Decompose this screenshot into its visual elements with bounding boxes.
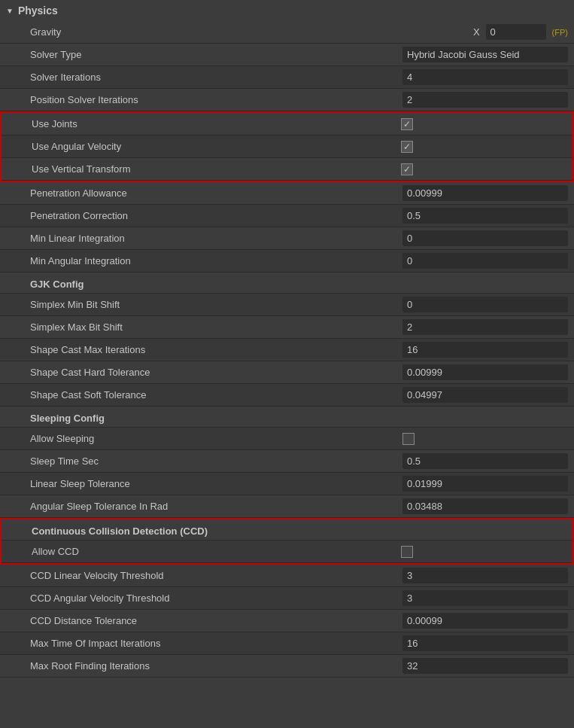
angular-sleep-tolerance-row: Angular Sleep Tolerance In Rad 0.03488 — [0, 495, 574, 518]
sleep-time-sec-value[interactable]: 0.5 — [402, 453, 568, 469]
angular-sleep-tolerance-label: Angular Sleep Tolerance In Rad — [30, 501, 402, 512]
shape-cast-hard-tolerance-row: Shape Cast Hard Tolerance 0.00999 — [0, 361, 574, 384]
shape-cast-soft-tolerance-label: Shape Cast Soft Tolerance — [30, 389, 402, 401]
ccd-title: Continuous Collision Detection (CCD) — [32, 525, 208, 537]
linear-sleep-tolerance-row: Linear Sleep Tolerance 0.01999 — [0, 473, 574, 495]
use-angular-velocity-row: Use Angular Velocity — [2, 136, 572, 158]
max-time-of-impact-label: Max Time Of Impact Iterations — [30, 638, 402, 649]
gravity-values: X 0 (FP) — [473, 24, 568, 40]
min-angular-integration-value[interactable]: 0 — [402, 253, 568, 269]
linear-sleep-tolerance-label: Linear Sleep Tolerance — [30, 478, 402, 489]
min-linear-integration-row: Min Linear Integration 0 — [0, 227, 574, 250]
allow-ccd-row: Allow CCD — [2, 541, 572, 563]
sleeping-config-header: Sleeping Config — [0, 407, 574, 428]
max-root-finding-label: Max Root Finding Iterations — [30, 660, 402, 672]
allow-ccd-checkbox-cell — [401, 546, 566, 558]
ccd-angular-velocity-label: CCD Angular Velocity Threshold — [30, 592, 402, 604]
ccd-distance-tolerance-label: CCD Distance Tolerance — [30, 615, 402, 626]
penetration-allowance-label: Penetration Allowance — [30, 187, 402, 199]
ccd-group: Continuous Collision Detection (CCD) All… — [0, 518, 574, 565]
use-vertical-transform-checkbox-cell — [401, 163, 566, 175]
use-vertical-transform-row: Use Vertical Transform — [2, 158, 572, 181]
solver-type-row: Solver Type Hybrid Jacobi Gauss Seid — [0, 44, 574, 66]
penetration-correction-row: Penetration Correction 0.5 — [0, 205, 574, 227]
fp-badge: (FP) — [552, 28, 568, 37]
use-vertical-transform-label: Use Vertical Transform — [32, 163, 401, 175]
use-vertical-transform-checkbox[interactable] — [401, 163, 413, 175]
angular-sleep-tolerance-value[interactable]: 0.03488 — [402, 498, 568, 514]
shape-cast-soft-tolerance-value[interactable]: 0.04997 — [402, 387, 568, 403]
physics-header[interactable]: ▼ Physics — [0, 0, 574, 21]
gravity-row: Gravity X 0 (FP) — [0, 21, 574, 44]
allow-sleeping-checkbox-cell — [402, 433, 568, 445]
shape-cast-hard-tolerance-value[interactable]: 0.00999 — [402, 364, 568, 380]
max-time-of-impact-row: Max Time Of Impact Iterations 16 — [0, 632, 574, 655]
shape-cast-max-iterations-label: Shape Cast Max Iterations — [30, 344, 402, 355]
sleeping-config-title: Sleeping Config — [30, 413, 105, 424]
min-linear-integration-label: Min Linear Integration — [30, 233, 402, 244]
use-joints-label: Use Joints — [32, 118, 401, 129]
solver-iterations-row: Solver Iterations 4 — [0, 66, 574, 89]
use-angular-velocity-checkbox-cell — [401, 141, 566, 153]
ccd-distance-tolerance-value[interactable]: 0.00099 — [402, 613, 568, 629]
simplex-min-bit-shift-value[interactable]: 0 — [402, 297, 568, 312]
simplex-min-bit-shift-label: Simplex Min Bit Shift — [30, 299, 402, 310]
min-angular-integration-label: Min Angular Integration — [30, 255, 402, 267]
collapse-arrow[interactable]: ▼ — [6, 7, 14, 15]
allow-ccd-checkbox[interactable] — [401, 546, 413, 558]
sleep-time-sec-label: Sleep Time Sec — [30, 455, 402, 467]
shape-cast-max-iterations-value[interactable]: 16 — [402, 342, 568, 358]
gjk-config-title: GJK Config — [30, 279, 84, 290]
solver-iterations-label: Solver Iterations — [30, 72, 402, 83]
solver-type-value[interactable]: Hybrid Jacobi Gauss Seid — [402, 47, 568, 62]
shape-cast-hard-tolerance-label: Shape Cast Hard Tolerance — [30, 367, 402, 378]
position-solver-iterations-label: Position Solver Iterations — [30, 94, 402, 105]
max-root-finding-value[interactable]: 32 — [402, 658, 568, 674]
use-angular-velocity-checkbox[interactable] — [401, 141, 413, 153]
ccd-angular-velocity-value[interactable]: 3 — [402, 590, 568, 606]
physics-panel: ▼ Physics Gravity X 0 (FP) Solver Type H… — [0, 0, 574, 678]
position-solver-iterations-row: Position Solver Iterations 2 — [0, 89, 574, 111]
sleep-time-sec-row: Sleep Time Sec 0.5 — [0, 450, 574, 473]
gjk-config-header: GJK Config — [0, 273, 574, 294]
allow-ccd-label: Allow CCD — [32, 546, 401, 557]
penetration-allowance-value[interactable]: 0.00999 — [402, 185, 568, 201]
gravity-label: Gravity — [30, 26, 473, 38]
allow-sleeping-label: Allow Sleeping — [30, 433, 402, 444]
max-time-of-impact-value[interactable]: 16 — [402, 635, 568, 651]
gravity-x-label: X — [473, 26, 480, 38]
simplex-max-bit-shift-value[interactable]: 2 — [402, 319, 568, 335]
penetration-correction-value[interactable]: 0.5 — [402, 208, 568, 224]
ccd-linear-velocity-label: CCD Linear Velocity Threshold — [30, 570, 402, 581]
ccd-distance-tolerance-row: CCD Distance Tolerance 0.00099 — [0, 610, 574, 632]
penetration-correction-label: Penetration Correction — [30, 210, 402, 221]
use-angular-velocity-label: Use Angular Velocity — [32, 141, 401, 152]
checkbox-group: Use Joints Use Angular Velocity Use Vert… — [0, 111, 574, 182]
use-joints-checkbox[interactable] — [401, 118, 413, 130]
ccd-linear-velocity-value[interactable]: 3 — [402, 568, 568, 583]
min-linear-integration-value[interactable]: 0 — [402, 230, 568, 246]
max-root-finding-row: Max Root Finding Iterations 32 — [0, 655, 574, 678]
linear-sleep-tolerance-value[interactable]: 0.01999 — [402, 476, 568, 492]
position-solver-iterations-value[interactable]: 2 — [402, 92, 568, 108]
allow-sleeping-row: Allow Sleeping — [0, 428, 574, 450]
ccd-header: Continuous Collision Detection (CCD) — [2, 519, 572, 541]
allow-sleeping-checkbox[interactable] — [402, 433, 415, 445]
simplex-max-bit-shift-row: Simplex Max Bit Shift 2 — [0, 316, 574, 339]
shape-cast-soft-tolerance-row: Shape Cast Soft Tolerance 0.04997 — [0, 384, 574, 407]
panel-title: Physics — [18, 5, 58, 17]
solver-type-label: Solver Type — [30, 49, 402, 60]
simplex-min-bit-shift-row: Simplex Min Bit Shift 0 — [0, 294, 574, 316]
min-angular-integration-row: Min Angular Integration 0 — [0, 250, 574, 273]
gravity-x-input[interactable]: 0 — [486, 24, 546, 40]
simplex-max-bit-shift-label: Simplex Max Bit Shift — [30, 321, 402, 333]
penetration-allowance-row: Penetration Allowance 0.00999 — [0, 182, 574, 205]
ccd-linear-velocity-row: CCD Linear Velocity Threshold 3 — [0, 565, 574, 587]
use-joints-checkbox-cell — [401, 118, 566, 130]
solver-iterations-value[interactable]: 4 — [402, 69, 568, 85]
use-joints-row: Use Joints — [2, 113, 572, 136]
ccd-angular-velocity-row: CCD Angular Velocity Threshold 3 — [0, 587, 574, 610]
shape-cast-max-iterations-row: Shape Cast Max Iterations 16 — [0, 339, 574, 361]
